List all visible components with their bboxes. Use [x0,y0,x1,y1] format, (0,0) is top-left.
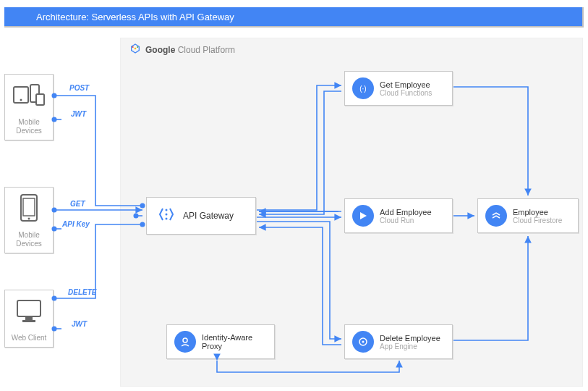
svg-marker-17 [360,212,367,219]
service-name: Add Employee [380,208,432,216]
svg-text:(·): (·) [359,85,366,93]
gcp-logo-icon [129,43,141,56]
service-iap: Identity-Aware Proxy [166,324,275,359]
service-add-employee: Add Employee Cloud Run [344,198,453,233]
client-label: Mobile Devices [5,115,53,140]
service-name: Delete Employee [380,334,440,342]
svg-point-2 [137,46,138,48]
svg-point-13 [166,209,168,211]
service-get-employee: (·) Get Employee Cloud Functions [344,71,453,106]
service-subtitle: Cloud Firestore [513,216,562,224]
svg-rect-11 [25,316,33,320]
service-name: API Gateway [183,211,234,221]
edge-auth-jwt-2: JWT [72,320,87,328]
mobile-phone-icon [5,188,53,228]
edge-auth-apikey: API Key [62,220,90,228]
svg-point-20 [183,338,187,342]
gcp-label: Google Cloud Platform [145,45,235,55]
edge-auth-jwt-1: JWT [71,110,86,118]
svg-point-19 [362,341,365,343]
svg-point-0 [135,48,137,50]
service-subtitle: Cloud Run [380,216,432,224]
service-subtitle: Cloud Functions [380,89,432,97]
service-subtitle: App Engine [380,342,440,350]
service-name: Get Employee [380,80,432,89]
web-client-icon [5,290,53,331]
client-label: Web Client [5,331,53,347]
service-name: Employee [513,208,562,216]
cloud-run-icon [352,205,374,227]
client-label: Mobile Devices [5,228,53,253]
service-delete-employee: Delete Employee App Engine [344,324,453,359]
mobile-devices-icon [5,75,53,115]
api-gateway-icon [157,205,176,227]
svg-rect-6 [36,94,44,105]
gcp-header: Google Cloud Platform [129,43,235,56]
title-bar: Architecture: Serverless APIs with API G… [4,7,584,28]
service-api-gateway: API Gateway [146,197,256,235]
svg-point-15 [166,218,168,220]
svg-point-9 [28,218,30,220]
svg-point-4 [20,99,22,101]
firestore-icon [485,205,507,227]
edge-verb-post: POST [69,84,89,92]
edge-verb-get: GET [70,200,85,208]
svg-rect-12 [22,320,35,322]
client-mobile-devices-2: Mobile Devices [4,187,54,253]
title-text: Architecture: Serverless APIs with API G… [36,12,234,22]
svg-rect-8 [23,198,35,216]
iap-icon [174,331,196,353]
app-engine-icon [352,331,374,353]
cloud-functions-icon: (·) [352,77,374,99]
svg-point-1 [132,46,134,48]
client-mobile-devices-1: Mobile Devices [4,74,54,140]
service-firestore: Employee Cloud Firestore [477,198,579,233]
svg-point-14 [166,214,168,216]
service-name: Identity-Aware Proxy [202,333,267,350]
edge-verb-delete: DELETE [68,288,96,296]
client-web: Web Client [4,290,54,348]
svg-rect-10 [17,300,41,316]
